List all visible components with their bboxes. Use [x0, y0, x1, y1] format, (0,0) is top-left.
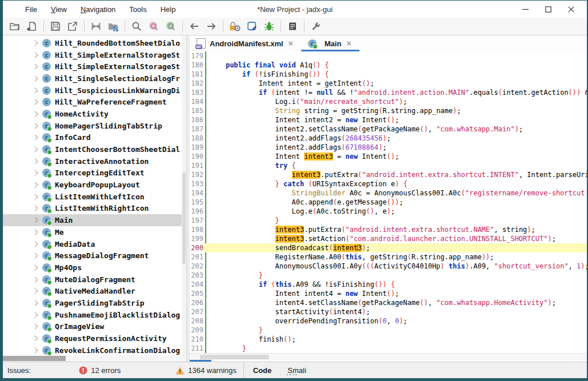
open-file-button[interactable] [7, 19, 22, 33]
code-line-179[interactable]: 179 [190, 51, 587, 61]
code-line-206[interactable]: 206 intent4.setClassName(getPackageName(… [190, 298, 587, 307]
tree-item-KeyboardPopupLayout[interactable]: cKeyboardPopupLayout [3, 179, 182, 191]
code-line-202[interactable]: 202 AnonymousClass00I.A0y(((ActivityC040… [190, 262, 587, 271]
code-line-187[interactable]: 187 intent2.setClassName(getPackageName(… [190, 125, 587, 134]
code-line-209[interactable]: 209 } [190, 326, 587, 335]
forward-button[interactable] [204, 19, 219, 33]
class-search-button[interactable] [163, 19, 178, 33]
add-files-button[interactable] [25, 19, 39, 33]
code-line-200[interactable]: 200 sendBroadcast(intent3); [190, 243, 587, 252]
code-line-198[interactable]: 198 intent3.putExtra("android.intent.ext… [190, 225, 587, 234]
code-line-205[interactable]: 205 Intent intent4 = new Intent(); [190, 289, 587, 298]
code-line-208[interactable]: 208 overridePendingTransition(0, 0); [190, 316, 587, 326]
tree-vertical-scrollbar-thumb[interactable] [182, 173, 186, 264]
tree-item-HomePagerSlidingTabStrip[interactable]: cHomePagerSlidingTabStrip [3, 120, 182, 132]
save-project-button[interactable] [48, 19, 63, 33]
code-line-185[interactable]: 185 String string = getString(R.string.a… [190, 106, 587, 115]
tree-item-RequestPermissionActivity[interactable]: cRequestPermissionActivity [3, 332, 182, 344]
tree-item-Hilt_SuspiciousLinkWarningDi[interactable]: cHilt_SuspiciousLinkWarningDi [3, 85, 182, 97]
code-line-191[interactable]: 191 try { [190, 161, 587, 170]
chevron-right-icon[interactable] [33, 324, 38, 330]
maximize-button[interactable] [537, 1, 559, 18]
tree-item-Mp4Ops[interactable]: cMp4Ops [3, 262, 182, 274]
code-line-190[interactable]: 190 Intent intent3 = new Intent(); [190, 152, 587, 161]
tree-item-InfoCard[interactable]: cInfoCard [3, 132, 182, 144]
code-line-181[interactable]: 181 if (!isFinishing()) { [190, 70, 587, 79]
tree-item-Hilt_WaPreferenceFragment[interactable]: cHilt_WaPreferenceFragment [3, 96, 182, 108]
code-line-186[interactable]: 186 Intent intent2 = new Intent(); [190, 115, 587, 125]
rename-button[interactable] [245, 19, 259, 33]
chevron-right-icon[interactable] [33, 40, 38, 46]
chevron-right-icon[interactable] [33, 218, 38, 223]
menu-item-navigation[interactable]: Navigation [74, 3, 122, 16]
tree-item-Hilt_RoundedBottomSheetDialo[interactable]: cHilt_RoundedBottomSheetDialo [3, 37, 182, 49]
tree-item-Hilt_SimpleExternalStorageSt[interactable]: cHilt_SimpleExternalStorageSt [3, 61, 182, 73]
chevron-right-icon[interactable] [33, 206, 38, 211]
code-editor[interactable]: 179180 public final void A1q() {181 if (… [190, 51, 587, 353]
tree-item-HomeActivity[interactable]: cHomeActivity [3, 108, 182, 120]
chevron-right-icon[interactable] [33, 135, 38, 141]
chevron-right-icon[interactable] [33, 347, 38, 353]
code-line-204[interactable]: 204 if (this.A09 && !isFinishing()) { [190, 280, 587, 289]
back-button[interactable] [187, 19, 202, 33]
code-line-203[interactable]: 203 } [190, 271, 587, 280]
error-count[interactable]: 12 errors [91, 366, 121, 375]
code-line-199[interactable]: 199 intent3.setAction("com.android.launc… [190, 234, 587, 243]
bottom-tab-smali[interactable]: Smali [281, 366, 313, 375]
flat-packages-button[interactable] [106, 19, 121, 33]
tree-horizontal-scrollbar[interactable] [3, 355, 186, 362]
code-line-188[interactable]: 188 intent2.addFlags(268435456); [190, 134, 587, 143]
tree-item-Me[interactable]: cMe [3, 226, 182, 238]
close-icon[interactable]: × [346, 39, 351, 48]
tree-item-InterceptingEditText[interactable]: cInterceptingEditText [3, 167, 182, 179]
tree-item-QrImageView[interactable]: cQrImageView [3, 321, 182, 333]
tree-vertical-scrollbar[interactable] [182, 35, 186, 355]
debugger-button[interactable] [262, 19, 277, 33]
code-line-180[interactable]: 180 public final void A1q() { [190, 61, 587, 70]
chevron-right-icon[interactable] [33, 170, 38, 176]
search-button[interactable] [129, 19, 144, 33]
code-line-182[interactable]: 182 Intent intent = getIntent(); [190, 79, 587, 88]
chevron-right-icon[interactable] [33, 276, 38, 282]
tree-item-MuteDialogFragment[interactable]: cMuteDialogFragment [3, 274, 182, 286]
chevron-right-icon[interactable] [33, 64, 38, 70]
menu-item-tools[interactable]: Tools [123, 3, 153, 16]
code-line-194[interactable]: 194 StringBuilder A0c = AnonymousClass00… [190, 189, 587, 198]
chevron-right-icon[interactable] [33, 52, 38, 58]
editor-horizontal-scrollbar-thumb[interactable] [200, 355, 269, 359]
code-line-211[interactable]: 211 } [190, 344, 587, 353]
resize-grip[interactable] [287, 374, 297, 375]
settings-button[interactable] [309, 19, 323, 33]
chevron-right-icon[interactable] [33, 147, 38, 153]
close-button[interactable] [559, 1, 582, 18]
tree-item-InteractiveAnnotation[interactable]: cInteractiveAnnotation [3, 155, 182, 167]
chevron-right-icon[interactable] [33, 87, 38, 93]
tree-item-MessageDialogFragment[interactable]: cMessageDialogFragment [3, 250, 182, 262]
log-viewer-button[interactable] [285, 19, 300, 33]
tree-item-Hilt_SimpleExternalStorageSt[interactable]: cHilt_SimpleExternalStorageSt [3, 49, 182, 61]
code-line-193[interactable]: 193 } catch (URISyntaxException e) { [190, 179, 587, 189]
text-search-button[interactable] [146, 19, 161, 33]
chevron-right-icon[interactable] [33, 182, 38, 188]
chevron-right-icon[interactable] [33, 75, 38, 81]
tree-horizontal-scrollbar-thumb[interactable] [3, 356, 66, 361]
tree-item-ListItemWithRightIcon[interactable]: cListItemWithRightIcon [3, 203, 182, 215]
chevron-right-icon[interactable] [33, 241, 38, 247]
tab-androidmanifest-xml[interactable]: MFAndroidManifest.xml× [190, 35, 301, 51]
export-button[interactable] [65, 19, 80, 33]
code-line-210[interactable]: 210 finish(); [190, 335, 587, 344]
tree-item-RevokeLinkConfirmationDialog[interactable]: cRevokeLinkConfirmationDialog [3, 344, 182, 355]
deobfuscation-button[interactable] [227, 19, 242, 33]
reload-button[interactable] [89, 19, 103, 33]
tree-item-Hilt_SingleSelectionDialogFr[interactable]: cHilt_SingleSelectionDialogFr [3, 73, 182, 85]
tree-item-IntentChooserBottomSheetDial[interactable]: cIntentChooserBottomSheetDial [3, 143, 182, 155]
tree-item-Main[interactable]: cMain [3, 214, 182, 226]
code-line-195[interactable]: 195 A0c.append(e.getMessage()); [190, 198, 587, 207]
chevron-right-icon[interactable] [33, 158, 38, 164]
chevron-right-icon[interactable] [33, 336, 38, 342]
chevron-right-icon[interactable] [33, 123, 38, 129]
chevron-right-icon[interactable] [33, 99, 38, 105]
chevron-right-icon[interactable] [33, 312, 38, 318]
warning-count[interactable]: 1364 warnings [188, 366, 237, 375]
chevron-right-icon[interactable] [33, 194, 38, 199]
